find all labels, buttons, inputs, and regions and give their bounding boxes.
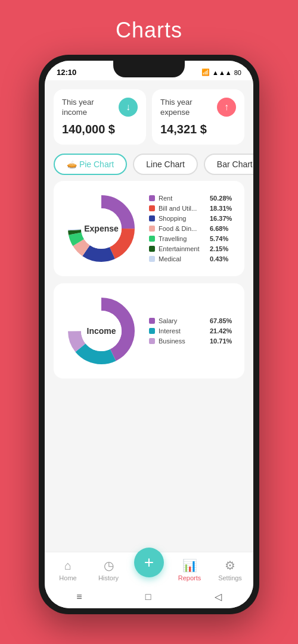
up-arrow-icon	[224, 102, 229, 112]
nav-settings-label: Settings	[218, 574, 242, 582]
legend-pct: 67.85%	[210, 317, 232, 324]
nav-home-label: Home	[59, 574, 76, 582]
legend-item: Medical 0.43%	[149, 255, 235, 262]
nav-history-label: History	[98, 574, 119, 582]
menu-icon[interactable]: ≡	[76, 592, 82, 602]
legend-color	[149, 205, 155, 211]
legend-pct: 0.43%	[210, 255, 228, 262]
legend-item: Shopping 16.37%	[149, 215, 235, 222]
tab-bar-chart[interactable]: Bar Chart	[204, 154, 253, 175]
legend-item: Rent 50.28%	[149, 195, 235, 202]
legend-item: Business 10.71%	[149, 337, 235, 345]
home-icon: ⌂	[64, 559, 72, 573]
chart-tabs: 🥧 Pie Chart Line Chart Bar Chart	[45, 151, 253, 181]
legend-item: Interest 21.42%	[149, 327, 235, 334]
fab-plus-icon: +	[144, 553, 154, 572]
wifi-icon: 📶	[201, 68, 210, 76]
nav-reports-label: Reports	[178, 574, 201, 582]
legend-color	[149, 246, 155, 252]
legend-color	[149, 236, 155, 242]
signal-icon: ▲▲▲	[212, 69, 232, 76]
legend-color	[149, 318, 155, 324]
income-icon-btn[interactable]	[119, 98, 138, 117]
legend-color	[149, 195, 155, 201]
nav-home[interactable]: ⌂ Home	[53, 559, 83, 582]
expense-amount: 14,321 $	[160, 123, 236, 136]
nav-settings[interactable]: ⚙ Settings	[215, 558, 245, 582]
cards-row: This year income 140,000 $ This year exp…	[45, 80, 253, 151]
expense-chart-card: Expense Rent 50.28% Bill and Util... 18.…	[54, 181, 244, 276]
legend-name: Entertainment	[159, 245, 206, 252]
income-donut-label: Income	[86, 326, 116, 336]
system-nav-bar: ≡ □ ◁	[45, 586, 253, 608]
legend-name: Medical	[159, 255, 206, 262]
legend-pct: 16.37%	[210, 215, 232, 222]
legend-item: Bill and Util... 18.31%	[149, 205, 235, 212]
reports-icon: 📊	[182, 558, 197, 573]
legend-item: Food & Din... 6.68%	[149, 225, 235, 232]
legend-pct: 21.42%	[210, 327, 232, 334]
fab-add-button[interactable]: +	[134, 548, 164, 577]
income-legend: Salary 67.85% Interest 21.42% Business 1…	[149, 317, 235, 345]
tab-line-chart[interactable]: Line Chart	[133, 154, 198, 175]
legend-item: Entertainment 2.15%	[149, 245, 235, 252]
legend-name: Salary	[159, 317, 206, 324]
legend-item: Travelling 5.74%	[149, 235, 235, 242]
expense-card: This year expense 14,321 $	[152, 89, 244, 145]
expense-icon-btn[interactable]	[217, 98, 236, 117]
legend-color	[149, 226, 155, 232]
screen-content[interactable]: This year income 140,000 $ This year exp…	[45, 80, 253, 552]
status-time: 12:10	[57, 68, 76, 77]
expense-label: This year expense	[160, 98, 217, 118]
back-icon[interactable]: ◁	[215, 591, 222, 602]
notch	[113, 61, 185, 77]
legend-name: Rent	[159, 195, 206, 202]
legend-color	[149, 215, 155, 221]
legend-pct: 18.31%	[210, 205, 232, 212]
legend-name: Interest	[159, 327, 206, 334]
legend-pct: 50.28%	[210, 195, 232, 202]
legend-name: Business	[159, 337, 206, 345]
legend-item: Salary 67.85%	[149, 317, 235, 324]
legend-color	[149, 338, 155, 344]
income-card-header: This year income	[62, 98, 138, 118]
tab-pie-chart[interactable]: 🥧 Pie Chart	[54, 154, 127, 175]
expense-donut-label: Expense	[84, 224, 119, 233]
phone-screen: 12:10 📶 ▲▲▲ 80 This year income 140	[45, 61, 253, 608]
legend-color	[149, 256, 155, 262]
legend-name: Bill and Util...	[159, 205, 206, 212]
legend-pct: 10.71%	[210, 337, 232, 345]
page-title: Charts	[116, 18, 182, 43]
phone-shell: 12:10 📶 ▲▲▲ 80 This year income 140	[39, 55, 259, 614]
income-donut: Income	[63, 292, 140, 370]
expense-card-header: This year expense	[160, 98, 236, 118]
legend-name: Travelling	[159, 235, 206, 242]
history-icon: ◷	[104, 558, 114, 573]
bottom-nav: ⌂ Home ◷ History + 📊 Reports ⚙ Settings	[45, 552, 253, 586]
income-amount: 140,000 $	[62, 123, 138, 136]
income-label: This year income	[62, 98, 119, 118]
income-chart-card: Income Salary 67.85% Interest 21.42%	[54, 283, 244, 379]
legend-color	[149, 328, 155, 334]
settings-icon: ⚙	[225, 558, 235, 573]
nav-reports[interactable]: 📊 Reports	[175, 558, 204, 582]
nav-history[interactable]: ◷ History	[94, 558, 123, 582]
battery-icon: 80	[234, 69, 241, 76]
expense-donut: Expense	[63, 190, 140, 267]
legend-pct: 5.74%	[210, 235, 228, 242]
down-arrow-icon	[126, 102, 131, 112]
legend-pct: 2.15%	[210, 245, 228, 252]
legend-pct: 6.68%	[210, 225, 228, 232]
legend-name: Food & Din...	[159, 225, 206, 232]
legend-name: Shopping	[159, 215, 206, 222]
income-card: This year income 140,000 $	[54, 89, 146, 145]
status-icons: 📶 ▲▲▲ 80	[201, 68, 241, 76]
home-sys-icon[interactable]: □	[145, 592, 151, 602]
expense-legend: Rent 50.28% Bill and Util... 18.31% Shop…	[149, 195, 235, 262]
